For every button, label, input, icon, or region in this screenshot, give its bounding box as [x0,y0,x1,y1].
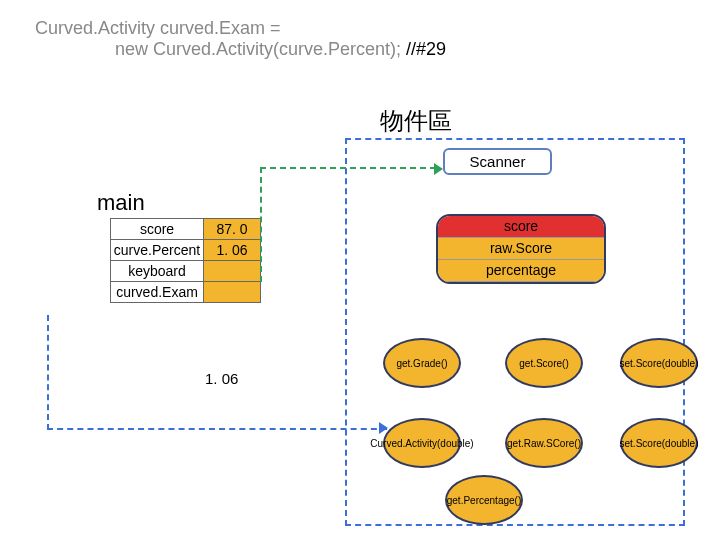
object-field: raw.Score [438,238,604,260]
var-value [204,261,261,282]
code-header: Curved.Activity curved.Exam = new Curved… [35,18,446,60]
object-header: score [438,216,604,238]
var-name: curved.Exam [111,282,204,303]
method-getgrade: get.Grade() [383,338,461,388]
code-line-2: new Curved.Activity(curve.Percent); //#2… [115,39,446,60]
object-area-label: 物件區 [380,105,452,137]
method-setscore: set.Score(double) [620,338,698,388]
var-name: keyboard [111,261,204,282]
var-name: curve.Percent [111,240,204,261]
table-row: curved.Exam [111,282,261,303]
scanner-object: Scanner [443,148,552,175]
table-row: keyboard [111,261,261,282]
var-value: 1. 06 [204,240,261,261]
code-line-2-grey: new Curved.Activity(curve.Percent); [115,39,401,59]
main-variables-table: score87. 0 curve.Percent1. 06 keyboard c… [110,218,261,303]
curvedactivity-object: score raw.Score percentage [436,214,606,284]
method-getrawscore: get.Raw.SCore() [505,418,583,468]
keyboard-to-scanner-arrow [260,167,436,282]
table-row: curve.Percent1. 06 [111,240,261,261]
curvedexam-to-object-arrow [47,315,387,430]
method-getpercentage: get.Percentage() [445,475,523,525]
code-line-2-comment: //#29 [401,39,446,59]
method-getscore: get.Score() [505,338,583,388]
object-field: percentage [438,260,604,282]
main-label: main [97,190,145,216]
var-value: 87. 0 [204,219,261,240]
code-line-1: Curved.Activity curved.Exam = [35,18,446,39]
table-row: score87. 0 [111,219,261,240]
var-name: score [111,219,204,240]
method-constructor: Curved.Activity(double) [383,418,461,468]
method-setscore2: set.Score(double) [620,418,698,468]
var-value [204,282,261,303]
